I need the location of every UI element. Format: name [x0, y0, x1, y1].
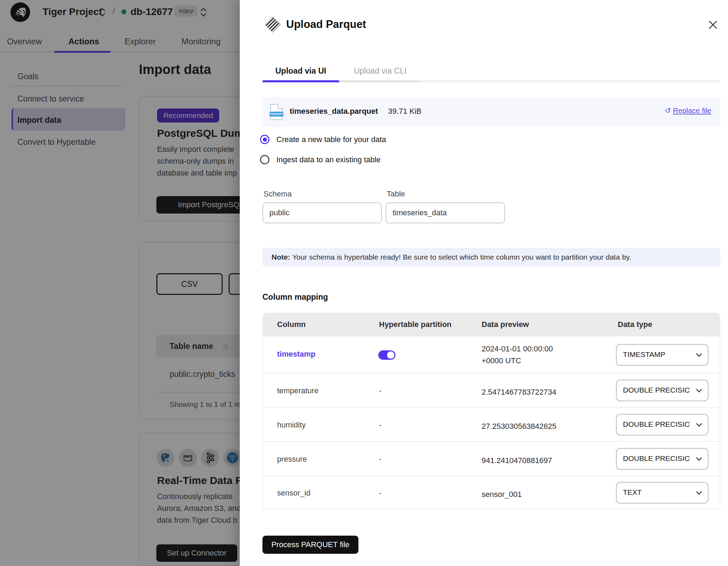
- chevron-down-icon: [696, 389, 702, 393]
- chevron-down-icon: [696, 353, 702, 357]
- partition-none: -: [379, 420, 381, 430]
- mapping-row-timestamp: timestamp 2024-01-01 00:00:00 +0000 UTC …: [263, 336, 720, 373]
- table-label: Table: [387, 189, 405, 199]
- preview-temperature: 2.5471467783722734: [482, 386, 556, 398]
- active-tab-underline: [262, 80, 339, 82]
- type-select-pressure[interactable]: DOUBLE PRECISION: [616, 448, 708, 470]
- modal-backdrop[interactable]: [0, 0, 240, 566]
- table-input[interactable]: [386, 202, 505, 223]
- partition-toggle-on[interactable]: [378, 350, 395, 360]
- parquet-file-icon-label: PARQUET: [269, 112, 283, 117]
- col-header-column: Column: [277, 320, 306, 329]
- type-select-temperature[interactable]: DOUBLE PRECISION: [616, 380, 708, 401]
- mapping-row-humidity: humidity - 27.253030563842625 DOUBLE PRE…: [263, 408, 720, 442]
- replace-file-link[interactable]: ↺Replace file: [665, 106, 711, 115]
- mapping-row-sensor-id: sensor_id - sensor_001 TEXT: [263, 476, 720, 509]
- mapping-table-header: Column Hypertable partition Data preview…: [263, 313, 720, 336]
- schema-input[interactable]: [262, 202, 382, 223]
- refresh-icon: ↺: [665, 106, 671, 115]
- col-header-partition: Hypertable partition: [379, 320, 452, 329]
- note-text: Your schema is hypertable ready! Be sure…: [290, 253, 631, 261]
- column-name-pressure: pressure: [277, 455, 307, 464]
- mapping-row-pressure: pressure - 941.2410470881697 DOUBLE PREC…: [263, 442, 720, 476]
- hypertable-note: Note: Your schema is hypertable ready! B…: [262, 248, 720, 267]
- schema-label: Schema: [263, 189, 292, 199]
- chevron-down-icon: [696, 491, 702, 495]
- type-select-sensor-id[interactable]: TEXT: [616, 482, 708, 504]
- column-name-sensor-id: sensor_id: [277, 489, 310, 498]
- type-select-timestamp[interactable]: TIMESTAMP: [616, 344, 708, 366]
- parquet-file-icon: PARQUET: [270, 104, 283, 120]
- partition-none: -: [379, 386, 381, 395]
- column-mapping-heading: Column mapping: [262, 292, 328, 302]
- column-name-humidity: humidity: [277, 420, 306, 430]
- preview-timestamp: 2024-01-01 00:00:00 +0000 UTC: [482, 343, 553, 367]
- tab-upload-via-cli[interactable]: Upload via CLI: [354, 66, 407, 76]
- radio-ingest-existing[interactable]: Ingest data to an existing table: [260, 155, 380, 164]
- col-header-type: Data type: [618, 320, 652, 329]
- file-name: timeseries_data.parquet: [290, 107, 378, 116]
- chevron-down-icon: [696, 457, 702, 461]
- tab-upload-via-ui[interactable]: Upload via UI: [275, 66, 326, 76]
- upload-parquet-modal: Upload Parquet Upload via UI Upload via …: [240, 0, 728, 566]
- mapping-row-temperature: temperature - 2.5471467783722734 DOUBLE …: [263, 373, 720, 408]
- col-header-preview: Data preview: [482, 320, 529, 329]
- radio-unselected-icon[interactable]: [260, 155, 269, 164]
- preview-sensor-id: sensor_001: [482, 489, 522, 500]
- column-name-timestamp[interactable]: timestamp: [277, 350, 315, 359]
- column-name-temperature: temperature: [277, 386, 319, 395]
- close-icon[interactable]: [707, 19, 720, 32]
- preview-pressure: 941.2410470881697: [482, 455, 552, 467]
- radio-selected-icon[interactable]: [260, 135, 269, 144]
- note-prefix: Note:: [272, 253, 290, 261]
- chevron-down-icon: [696, 423, 702, 427]
- radio-create-new-table[interactable]: Create a new table for your data: [260, 135, 386, 144]
- preview-humidity: 27.253030563842625: [482, 420, 556, 432]
- uploaded-file-row: PARQUET timeseries_data.parquet 39.71 Ki…: [262, 97, 720, 127]
- partition-none: -: [379, 489, 381, 498]
- partition-none: -: [379, 455, 381, 464]
- modal-title: Upload Parquet: [286, 18, 366, 31]
- parquet-logo-icon: [264, 16, 281, 33]
- tab-cli-underline: [339, 80, 419, 82]
- type-select-humidity[interactable]: DOUBLE PRECISION: [616, 414, 708, 435]
- process-parquet-button[interactable]: Process PARQUET file: [262, 536, 358, 554]
- column-mapping-table: Column Hypertable partition Data preview…: [262, 313, 720, 509]
- file-size: 39.71 KiB: [388, 107, 421, 116]
